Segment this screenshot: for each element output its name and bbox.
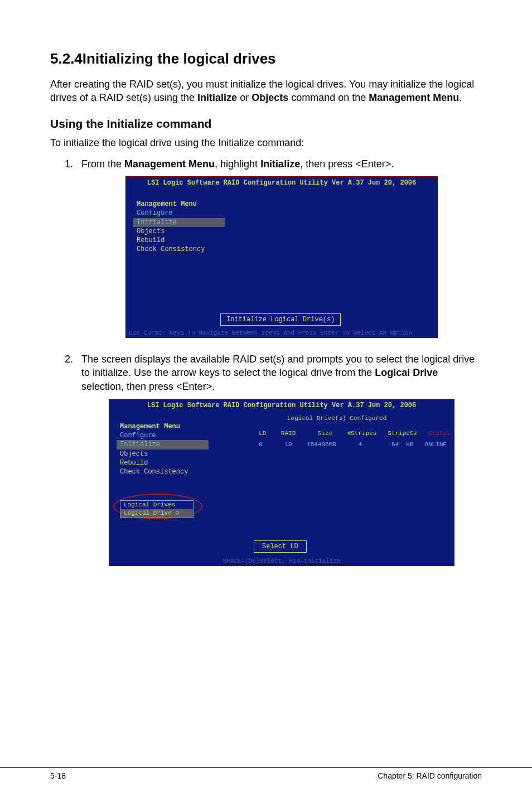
management-menu-label: Management Menu bbox=[133, 200, 225, 209]
step1-bold-init: Initialize bbox=[260, 158, 300, 170]
row-stripes: 4 bbox=[358, 441, 362, 448]
menu-item-rebuild-2[interactable]: Rebuild bbox=[117, 458, 209, 467]
bios-title-bar: LSI Logic Software RAID Configuration Ut… bbox=[125, 177, 438, 189]
logical-drives-header: Logical Drives bbox=[120, 501, 193, 509]
step-2: The screen displays the available RAID s… bbox=[76, 352, 482, 566]
management-menu-label-2: Management Menu bbox=[117, 422, 209, 431]
management-menu-box-2: Management Menu Configure Initialize Obj… bbox=[117, 422, 209, 476]
configured-drives-row: 0 10 154496MB 4 64 KB ONLINE bbox=[215, 432, 447, 457]
intro-bold-objects: Objects bbox=[252, 92, 288, 103]
bios-footer-1: Use Cursor Keys To Navigate Between Item… bbox=[125, 328, 438, 338]
management-menu-box: Management Menu Configure Initialize Obj… bbox=[133, 200, 225, 254]
bios-frame-1: LSI Logic Software RAID Configuration Ut… bbox=[125, 176, 438, 338]
page-content: 5.2.4Initializing the logical drives Aft… bbox=[0, 0, 532, 566]
bios-screenshot-1: LSI Logic Software RAID Configuration Ut… bbox=[125, 176, 438, 338]
intro-text-b: or bbox=[237, 92, 252, 103]
menu-item-rebuild[interactable]: Rebuild bbox=[133, 236, 225, 245]
row-raid: 10 bbox=[284, 441, 292, 448]
menu-item-check-consistency-2[interactable]: Check Consistency bbox=[117, 467, 209, 476]
bios-footer-2: SPACE-(De)Select, F10-Initialize bbox=[109, 557, 454, 566]
section-number: 5.2.4 bbox=[50, 50, 83, 67]
step-1: From the Management Menu, highlight Init… bbox=[76, 157, 482, 338]
step2-text-c: selection, then press <Enter>. bbox=[81, 381, 215, 392]
subheading-initialize-command: Using the Initialize command bbox=[50, 117, 482, 131]
page-footer: 5-18 Chapter 5: RAID configuration bbox=[0, 767, 532, 780]
step1-text-a: From the bbox=[81, 158, 124, 170]
intro-text-c: command on the bbox=[288, 92, 369, 103]
intro-paragraph: After creating the RAID set(s), you must… bbox=[50, 78, 482, 105]
select-ld-box: Select LD bbox=[254, 540, 307, 553]
section-heading: 5.2.4Initializing the logical drives bbox=[50, 50, 482, 67]
subheading-lead: To initialize the logical drive using th… bbox=[50, 136, 482, 149]
intro-bold-mgmtmenu: Management Menu bbox=[369, 92, 459, 103]
step1-bold-mgmt: Management Menu bbox=[124, 158, 215, 170]
logical-drives-box: Logical Drives Logical Drive 0 bbox=[120, 500, 194, 518]
menu-item-configure-2[interactable]: Configure bbox=[117, 431, 209, 440]
step1-text-c: , highlight bbox=[215, 158, 260, 170]
row-stripesz: 64 KB bbox=[391, 441, 414, 448]
section-title-text: Initializing the logical drives bbox=[83, 50, 276, 67]
intro-bold-initialize: Initialize bbox=[197, 92, 237, 103]
menu-item-check-consistency[interactable]: Check Consistency bbox=[133, 245, 225, 254]
intro-text-d: . bbox=[459, 92, 462, 103]
step1-text-d: , then press <Enter>. bbox=[300, 158, 394, 170]
logical-drive-0[interactable]: Logical Drive 0 bbox=[120, 509, 193, 518]
initialize-logical-drives-box: Initialize Logical Drive(s) bbox=[220, 313, 341, 326]
bios-frame-2: LSI Logic Software RAID Configuration Ut… bbox=[109, 399, 454, 566]
menu-item-configure[interactable]: Configure bbox=[133, 209, 225, 218]
menu-item-initialize-2[interactable]: Initialize bbox=[117, 440, 209, 449]
menu-item-objects[interactable]: Objects bbox=[133, 227, 225, 236]
menu-item-objects-2[interactable]: Objects bbox=[117, 450, 209, 458]
row-ld: 0 bbox=[259, 441, 263, 448]
page-number: 5-18 bbox=[50, 771, 66, 780]
menu-item-initialize[interactable]: Initialize bbox=[133, 218, 225, 227]
row-size: 154496MB bbox=[307, 441, 336, 448]
row-status: ONLINE bbox=[424, 441, 447, 448]
bios-screenshot-2: LSI Logic Software RAID Configuration Ut… bbox=[109, 399, 454, 566]
chapter-label: Chapter 5: RAID configuration bbox=[378, 771, 482, 780]
step2-bold-logicaldrive: Logical Drive bbox=[375, 367, 438, 378]
bios-title-bar-2: LSI Logic Software RAID Configuration Ut… bbox=[109, 400, 454, 412]
steps-list: From the Management Menu, highlight Init… bbox=[50, 157, 482, 566]
